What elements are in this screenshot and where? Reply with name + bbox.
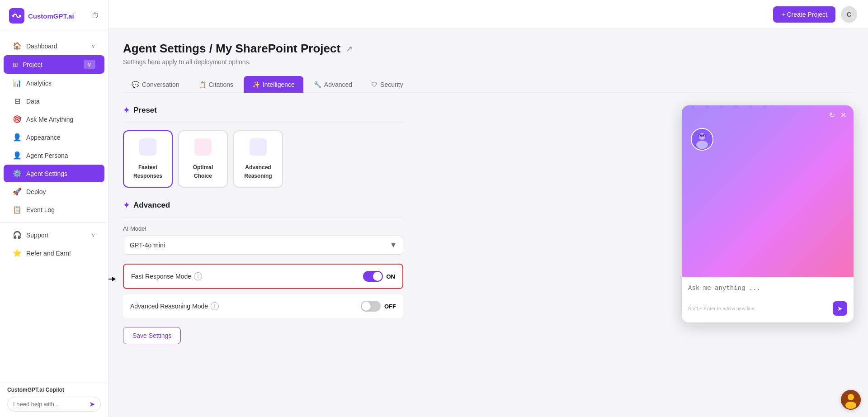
support-label: Support <box>26 232 87 239</box>
copilot-input[interactable] <box>13 401 89 408</box>
sidebar-item-analytics[interactable]: 📊 Analytics <box>4 74 104 92</box>
advanced-tab-label: Advanced <box>324 81 352 88</box>
appearance-icon: 👤 <box>13 133 22 142</box>
conversation-tab-icon: 💬 <box>132 81 139 88</box>
main-area: + Create Project C Agent Settings / My S… <box>108 0 868 417</box>
advanced-reasoning-toggle-switch[interactable] <box>361 301 381 312</box>
chat-send-button[interactable]: ➤ <box>833 301 847 316</box>
advanced-reasoning-label: Advanced Reasoning Mode i <box>130 302 361 310</box>
preset-card-advanced-reasoning[interactable]: 🧠 Advanced Reasoning <box>233 130 283 188</box>
arrow-line <box>108 279 112 280</box>
fast-response-info-icon[interactable]: i <box>194 272 202 280</box>
sidebar-item-project[interactable]: ⊞ Project ∨ <box>4 55 104 74</box>
sidebar-item-refer[interactable]: ⭐ Refer and Earn! <box>4 244 104 262</box>
sidebar-item-agent-persona[interactable]: 👤 Agent Persona <box>4 147 104 164</box>
advanced-settings-label: Advanced <box>133 201 170 210</box>
chat-send-icon: ➤ <box>837 305 843 312</box>
agent-persona-label: Agent Persona <box>26 152 95 159</box>
ai-model-label: AI Model <box>123 225 403 232</box>
ai-model-select-wrap: GPT-4o mini GPT-4o GPT-4 GPT-3.5 Turbo ▼ <box>123 236 403 255</box>
chat-close-icon[interactable]: ✕ <box>840 111 846 119</box>
sidebar-nav: 🏠 Dashboard ∨ ⊞ Project ∨ 📊 Analytics ⊟ … <box>0 32 108 381</box>
fast-response-toggle-knob <box>373 272 382 281</box>
project-expand-btn[interactable]: ∨ <box>84 60 95 69</box>
chat-refresh-icon[interactable]: ↻ <box>829 111 835 119</box>
sidebar-divider <box>0 222 108 223</box>
chat-input-field[interactable] <box>688 284 847 299</box>
copilot-input-wrap: ➤ <box>7 397 101 412</box>
fast-response-toggle-switch[interactable] <box>363 271 383 282</box>
event-log-label: Event Log <box>26 206 95 213</box>
security-tab-label: Security <box>380 81 403 88</box>
svg-point-10 <box>699 133 706 140</box>
svg-rect-5 <box>194 138 212 156</box>
sidebar-item-appearance[interactable]: 👤 Appearance <box>4 128 104 146</box>
sidebar: CustomGPT.ai ⏱ 🏠 Dashboard ∨ ⊞ Project ∨… <box>0 0 108 417</box>
sidebar-item-ask[interactable]: 🎯 Ask Me Anything <box>4 110 104 128</box>
share-icon[interactable]: ↗ <box>346 44 353 54</box>
security-tab-icon: 🛡 <box>371 81 377 88</box>
tab-intelligence[interactable]: ✨ Intelligence <box>244 76 303 93</box>
app-name: CustomGPT.ai <box>28 12 74 20</box>
notification-icon[interactable]: ⏱ <box>92 12 99 20</box>
support-icon: 🎧 <box>13 231 22 239</box>
sidebar-item-dashboard[interactable]: 🏠 Dashboard ∨ <box>4 37 104 55</box>
analytics-icon: 📊 <box>13 79 22 87</box>
preset-card-fastest[interactable]: 🚀 Fastest Responses <box>123 130 173 188</box>
svg-rect-7 <box>250 138 267 156</box>
advanced-reasoning-info-icon[interactable]: i <box>211 302 219 310</box>
agent-settings-icon: ⚙️ <box>13 169 22 178</box>
sidebar-copilot: CustomGPT.ai Copilot ➤ <box>0 381 108 417</box>
bottom-right-avatar[interactable] <box>841 390 861 410</box>
advanced-reasoning-card-icon: 🧠 <box>241 138 275 159</box>
chat-header-icons: ↻ ✕ <box>829 111 846 119</box>
conversation-tab-label: Conversation <box>142 81 179 88</box>
data-icon: ⊟ <box>13 97 22 105</box>
user-avatar[interactable]: C <box>841 6 857 23</box>
fast-response-toggle-row: Fast Response Mode i ON <box>123 264 403 289</box>
preset-header: ✦ Preset <box>123 105 403 115</box>
arrow-head <box>112 277 116 281</box>
chat-input-area: Shift + Enter to add a new line ➤ <box>682 277 854 322</box>
copilot-send-icon[interactable]: ➤ <box>89 400 95 408</box>
refer-label: Refer and Earn! <box>26 250 95 257</box>
agent-persona-icon: 👤 <box>13 151 22 160</box>
fast-response-row-wrapper: Fast Response Mode i ON <box>123 264 403 294</box>
deploy-label: Deploy <box>26 188 95 195</box>
sidebar-item-event-log[interactable]: 📋 Event Log <box>4 201 104 218</box>
arrow-indicator <box>108 277 116 281</box>
advanced-reasoning-card-label: Advanced Reasoning <box>244 164 272 179</box>
intelligence-tab-icon: ✨ <box>252 81 260 88</box>
create-project-button[interactable]: + Create Project <box>773 6 835 23</box>
ask-icon: 🎯 <box>13 115 22 123</box>
tab-conversation[interactable]: 💬 Conversation <box>123 76 188 93</box>
fastest-card-icon: 🚀 <box>131 138 165 159</box>
fast-response-toggle-status: ON <box>363 271 396 282</box>
citations-tab-icon: 📋 <box>198 81 206 88</box>
preset-cards: 🚀 Fastest Responses 🧠 <box>123 130 403 188</box>
ask-me-label: Ask Me Anything <box>26 116 95 123</box>
preset-card-optimal[interactable]: 🧠 Optimal Choice <box>178 130 228 188</box>
svg-point-1 <box>12 15 14 17</box>
advanced-settings-icon: ✦ <box>123 200 130 210</box>
ai-model-select[interactable]: GPT-4o mini GPT-4o GPT-4 GPT-3.5 Turbo <box>123 236 403 255</box>
chat-user-avatar <box>691 128 713 151</box>
sidebar-item-data[interactable]: ⊟ Data <box>4 92 104 110</box>
page-title: Agent Settings / My SharePoint Project <box>123 42 340 56</box>
dashboard-arrow: ∨ <box>91 43 95 49</box>
svg-point-18 <box>848 394 854 400</box>
save-settings-button[interactable]: Save Settings <box>123 327 181 344</box>
content-area: Agent Settings / My SharePoint Project ↗… <box>108 29 868 417</box>
event-log-icon: 📋 <box>13 205 22 214</box>
tab-advanced[interactable]: 🔧 Advanced <box>305 76 361 93</box>
create-project-label: + Create Project <box>781 11 827 18</box>
deploy-icon: 🚀 <box>13 187 22 196</box>
chat-preview-panel: ↻ ✕ <box>682 105 854 322</box>
dashboard-label: Dashboard <box>26 43 87 50</box>
sidebar-item-deploy[interactable]: 🚀 Deploy <box>4 183 104 200</box>
support-arrow: ∨ <box>91 232 95 238</box>
tab-citations[interactable]: 📋 Citations <box>190 76 242 93</box>
tab-security[interactable]: 🛡 Security <box>363 76 412 93</box>
sidebar-item-agent-settings[interactable]: ⚙️ Agent Settings <box>4 165 104 182</box>
sidebar-item-support[interactable]: 🎧 Support ∨ <box>4 226 104 244</box>
